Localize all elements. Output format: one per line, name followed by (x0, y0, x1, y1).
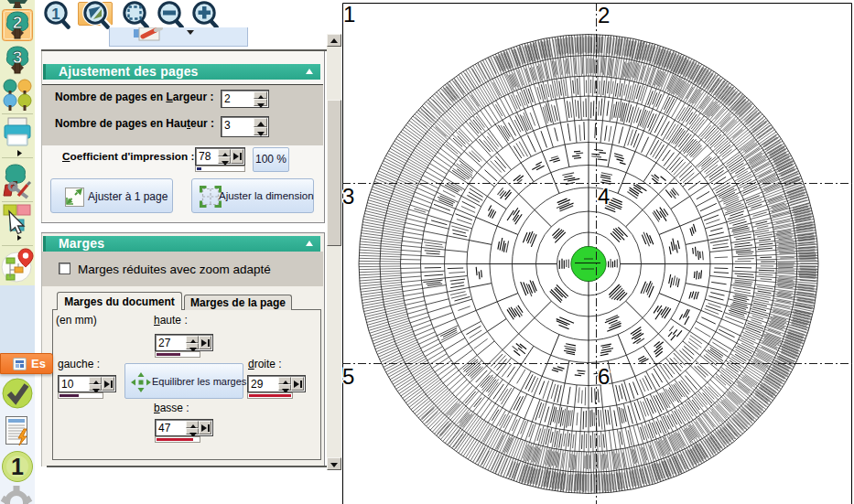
svg-text:2: 2 (598, 3, 610, 27)
svg-text:2: 2 (13, 13, 23, 32)
svg-text:1: 1 (51, 5, 59, 23)
svg-text:3: 3 (342, 184, 354, 209)
svg-text:4: 4 (598, 184, 610, 209)
svg-text:1: 1 (343, 2, 355, 27)
svg-text:3: 3 (13, 48, 23, 67)
svg-text:6: 6 (598, 364, 610, 389)
svg-text:5: 5 (342, 364, 354, 389)
svg-text:1: 1 (11, 454, 24, 479)
